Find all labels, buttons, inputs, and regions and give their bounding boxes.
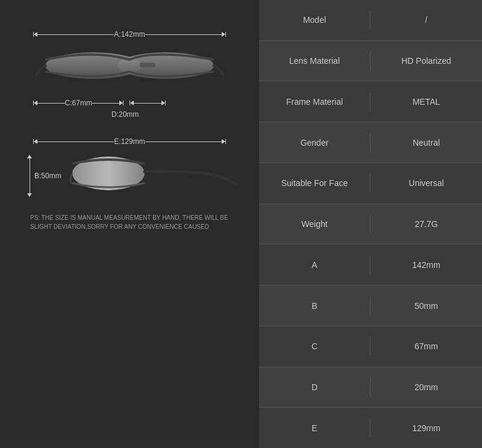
spec-row: Model/ <box>259 0 482 41</box>
spec-label: B <box>259 296 371 316</box>
spec-label: Weight <box>259 214 371 234</box>
spec-row: B50mm <box>259 285 482 326</box>
glasses-top-view <box>33 39 226 93</box>
spec-label: Gender <box>259 133 371 152</box>
spec-value: 20mm <box>371 378 482 397</box>
spec-label: Model <box>259 10 371 30</box>
spec-value: 67mm <box>371 337 482 356</box>
spec-value: HD Polarized <box>371 51 482 70</box>
glasses-side-view <box>66 151 241 201</box>
spec-row: A142mm <box>259 244 482 285</box>
spec-row: Lens MaterialHD Polarized <box>259 41 482 82</box>
spec-label: E <box>259 418 371 438</box>
spec-value: METAL <box>371 92 482 111</box>
spec-label: Suitable For Face <box>259 173 371 193</box>
spec-value: / <box>371 10 482 30</box>
spec-value: 142mm <box>371 255 482 275</box>
bottom-dims: C:67mm D:20mm <box>33 99 226 119</box>
spec-label: C <box>259 337 371 356</box>
spec-table: Model/Lens MaterialHD PolarizedFrame Mat… <box>259 0 482 448</box>
spec-value: Universal <box>371 173 482 193</box>
dimension-e-label: E:129mm <box>114 137 145 146</box>
spec-label: D <box>259 378 371 397</box>
dimension-d-label: D:20mm <box>111 110 139 119</box>
spec-row: E129mm <box>259 408 482 448</box>
spec-value: 129mm <box>371 418 482 438</box>
dimension-a-line: A:142mm <box>33 30 226 39</box>
top-diagram: A:142mm <box>18 30 241 119</box>
spec-row: Suitable For FaceUniversal <box>259 163 482 204</box>
spec-row: Frame MaterialMETAL <box>259 81 482 122</box>
dimension-a-label: A:142mm <box>114 30 145 39</box>
spec-label: Frame Material <box>259 92 371 111</box>
dimension-c-label: C:67mm <box>65 99 92 107</box>
dimension-b-label: B:50mm <box>34 172 61 180</box>
left-panel: A:142mm <box>0 0 259 448</box>
spec-value: 50mm <box>371 296 482 316</box>
spec-row: Weight27.7G <box>259 204 482 245</box>
spec-label: A <box>259 255 371 275</box>
footnote-text: PS: THE SIZE IS MANUAL MEASUREMENT BY HA… <box>30 213 229 231</box>
svg-rect-2 <box>140 63 155 67</box>
dimension-e-line: E:129mm <box>33 137 226 146</box>
spec-row: GenderNeutral <box>259 122 482 163</box>
spec-value: 27.7G <box>371 214 482 234</box>
spec-label: Lens Material <box>259 51 371 70</box>
spec-row: C67mm <box>259 326 482 367</box>
dimension-b-line <box>27 155 32 197</box>
spec-row: D20mm <box>259 367 482 408</box>
bottom-diagram: E:129mm B:50mm <box>18 137 241 201</box>
spec-value: Neutral <box>371 133 482 152</box>
